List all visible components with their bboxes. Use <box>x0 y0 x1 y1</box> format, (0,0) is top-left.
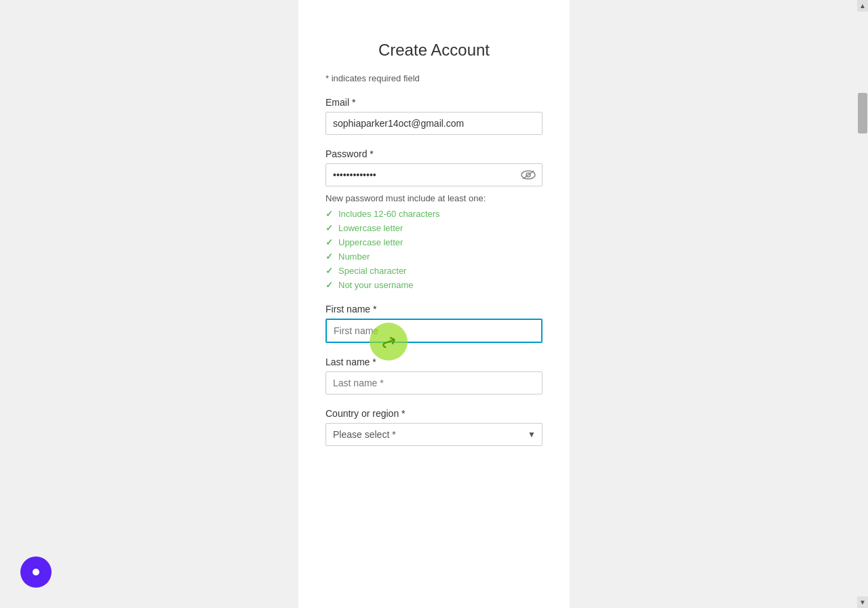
check-icon-username: ✓ <box>326 280 333 290</box>
password-rule-special: ✓ Special character <box>326 266 542 276</box>
required-note: * indicates required field <box>326 73 542 83</box>
country-select[interactable]: Please select * <box>326 423 542 446</box>
scrollbar-thumb[interactable] <box>858 93 867 134</box>
password-rule-username: ✓ Not your username <box>326 280 542 290</box>
first-name-label: First name * <box>326 304 542 315</box>
check-icon-number: ✓ <box>326 251 333 262</box>
first-name-field-group: First name * ↩ <box>326 304 542 343</box>
eye-icon[interactable] <box>521 170 536 180</box>
password-rule-length: ✓ Includes 12-60 characters <box>326 209 542 219</box>
password-rule-uppercase: ✓ Uppercase letter <box>326 237 542 247</box>
rule-text-uppercase: Uppercase letter <box>338 237 403 247</box>
help-button-dot <box>33 569 39 575</box>
check-icon-uppercase: ✓ <box>326 237 333 247</box>
last-name-field-group: Last name * <box>326 357 542 394</box>
check-icon-lowercase: ✓ <box>326 223 333 233</box>
country-field-group: Country or region * Please select * ▼ <box>326 408 542 446</box>
rule-text-special: Special character <box>338 266 406 276</box>
password-rule-lowercase: ✓ Lowercase letter <box>326 223 542 233</box>
page-title: Create Account <box>326 41 542 60</box>
password-rule-intro: New password must include at least one: <box>326 193 542 203</box>
rule-text-length: Includes 12-60 characters <box>338 209 440 219</box>
password-input[interactable] <box>326 163 542 186</box>
email-label: Email * <box>326 97 542 108</box>
password-rules: New password must include at least one: … <box>326 193 542 290</box>
country-select-wrapper: Please select * ▼ <box>326 423 542 446</box>
email-input[interactable] <box>326 112 542 135</box>
check-icon-length: ✓ <box>326 209 333 219</box>
rule-text-lowercase: Lowercase letter <box>338 223 403 233</box>
password-rule-number: ✓ Number <box>326 251 542 262</box>
page-wrapper[interactable]: Create Account * indicates required fiel… <box>0 0 868 608</box>
first-name-input[interactable] <box>326 319 542 343</box>
last-name-input[interactable] <box>326 371 542 394</box>
password-field-group: Password * New password must include at … <box>326 148 542 290</box>
last-name-label: Last name * <box>326 357 542 367</box>
form-container: Create Account * indicates required fiel… <box>298 0 570 608</box>
password-label: Password * <box>326 148 542 159</box>
password-wrapper <box>326 163 542 186</box>
rule-text-number: Number <box>338 251 370 262</box>
rule-text-username: Not your username <box>338 280 414 290</box>
scrollbar-arrow-down[interactable]: ▼ <box>857 596 868 608</box>
country-label: Country or region * <box>326 408 542 419</box>
email-field-group: Email * <box>326 97 542 135</box>
scrollbar-track: ▲ ▼ <box>857 0 868 608</box>
scrollbar-arrow-up[interactable]: ▲ <box>857 0 868 12</box>
check-icon-special: ✓ <box>326 266 333 276</box>
help-button[interactable] <box>20 556 52 588</box>
